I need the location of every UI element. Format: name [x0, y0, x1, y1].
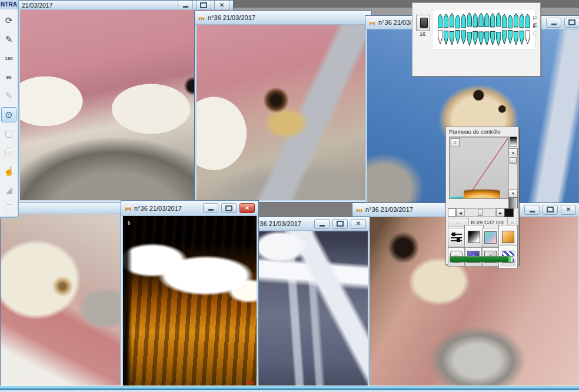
dental-chart[interactable]	[432, 9, 535, 50]
black-point-button[interactable]	[504, 208, 514, 217]
window-title: n°36 21/03/2017	[365, 206, 413, 213]
control-panel-window: Panneau de contrôle ◊ ▲ ▼ ◀ ▶	[445, 127, 519, 265]
minimize-icon	[530, 211, 535, 212]
minimize-button[interactable]	[546, 18, 561, 28]
horizontal-scroll-thumb[interactable]	[478, 210, 482, 216]
rotate-90-icon[interactable]: 90	[1, 69, 16, 85]
window-xray-gray-titlebar[interactable]: n°36 21/03/2017 ✕	[241, 217, 370, 231]
view-eye-icon[interactable]: ⊙	[1, 107, 16, 122]
tooth[interactable]	[490, 12, 495, 29]
vertical-scroll-thumb[interactable]	[510, 157, 517, 164]
teeth-row-lower	[432, 30, 535, 49]
tooth[interactable]	[455, 30, 460, 44]
levels-palette-button[interactable]	[448, 228, 465, 247]
tooth[interactable]	[525, 30, 530, 45]
control-panel-title: Panneau de contrôle	[449, 128, 501, 135]
tooth[interactable]	[472, 12, 478, 29]
scroll-right-button[interactable]: ▶	[496, 208, 505, 217]
tooth[interactable]	[519, 30, 524, 45]
tooth[interactable]	[513, 12, 518, 29]
minimize-button[interactable]	[314, 219, 330, 229]
tooth[interactable]	[484, 12, 490, 29]
tooth[interactable]	[507, 30, 513, 44]
scroll-down-button[interactable]: ▼	[508, 190, 518, 198]
tooth[interactable]	[461, 30, 466, 45]
histogram-icon[interactable]: ◢	[1, 182, 16, 198]
tooth[interactable]	[501, 30, 507, 45]
vertical-scrollbar[interactable]	[508, 155, 518, 190]
minimize-button[interactable]	[524, 205, 540, 215]
tooth[interactable]	[484, 30, 490, 47]
minimize-button[interactable]	[203, 203, 218, 213]
scroll-left-button[interactable]: ◀	[456, 208, 465, 217]
close-button[interactable]: ✕	[351, 219, 366, 229]
rotate-180-icon[interactable]: 180	[1, 51, 16, 66]
image-stack-icon[interactable]	[416, 15, 430, 31]
close-icon: ✕	[356, 221, 361, 227]
tooth[interactable]	[478, 30, 484, 47]
radiograph-image[interactable]: fi RVG	[123, 216, 257, 386]
tool-palette: NTRA ⟳✎18090✎⊙▢☝◢	[0, 0, 19, 218]
annotate-icon[interactable]: ✎	[1, 88, 16, 104]
tooth[interactable]	[455, 15, 460, 29]
tooth[interactable]	[507, 15, 513, 29]
horizontal-scrollbar[interactable]	[464, 208, 496, 217]
tooth[interactable]	[496, 30, 501, 48]
minimize-button[interactable]	[178, 1, 193, 10]
rotate-circle-icon[interactable]: ⟳	[1, 13, 16, 28]
tooth[interactable]	[461, 14, 466, 29]
hand-select-icon[interactable]: ☝	[1, 164, 16, 179]
maximize-button[interactable]	[221, 203, 237, 213]
maximize-button[interactable]	[543, 205, 558, 215]
tooth[interactable]	[449, 12, 454, 29]
app-bottom-border	[0, 386, 579, 392]
histogram-curve-box[interactable]: ◊	[449, 137, 509, 199]
maximize-button[interactable]	[332, 219, 348, 229]
minimize-icon	[208, 209, 214, 211]
tooth[interactable]	[496, 11, 501, 28]
tooth[interactable]	[438, 14, 443, 29]
tooth[interactable]	[472, 30, 478, 46]
image-count-label: 16	[416, 31, 429, 37]
tooth[interactable]	[438, 30, 443, 45]
tooth[interactable]	[519, 13, 524, 28]
grayscale-palette-button[interactable]	[465, 225, 483, 248]
tooth[interactable]	[467, 11, 472, 28]
close-button[interactable]: ✕	[239, 203, 255, 213]
tooth[interactable]	[467, 30, 472, 48]
rainbow-palette-button[interactable]	[482, 228, 499, 247]
maximize-button[interactable]	[196, 1, 211, 10]
tooth[interactable]	[449, 30, 454, 46]
window-xray-orange-titlebar[interactable]: n°36 21/03/2017 ✕	[121, 201, 258, 216]
dropper-button[interactable]: ◊	[451, 138, 460, 147]
radiograph-image[interactable]	[242, 231, 368, 386]
tooth[interactable]	[490, 30, 495, 46]
tooth[interactable]	[443, 30, 448, 45]
application-window: 21/03/2017 ✕ n°36 21/03/2017 n°36 21/03/…	[0, 0, 579, 392]
window-photo2-titlebar[interactable]: n°36 21/03/2017	[195, 11, 371, 25]
maximize-button[interactable]	[564, 18, 579, 28]
intraoral-photo[interactable]	[197, 25, 370, 200]
intraoral-photo[interactable]	[1, 214, 120, 386]
pencil-icon[interactable]: ✎	[1, 32, 16, 47]
chart-view-button-f[interactable]: F	[533, 22, 537, 29]
tooth[interactable]	[525, 14, 530, 29]
tooth[interactable]	[501, 14, 507, 29]
tooth-icon[interactable]	[1, 145, 16, 160]
window-photo1-titlebar[interactable]: 21/03/2017 ✕	[18, 1, 233, 10]
teeth-pair-icon[interactable]	[1, 201, 16, 217]
cube-3d-icon[interactable]: ▢	[1, 126, 16, 141]
tooth[interactable]	[443, 13, 448, 28]
close-button[interactable]: ✕	[214, 1, 229, 10]
contrast-gradient-square[interactable]	[508, 197, 518, 208]
histogram	[464, 190, 500, 198]
tooth[interactable]	[478, 12, 484, 29]
tooth[interactable]	[513, 30, 518, 46]
orange-gradient-icon	[502, 231, 514, 243]
horizontal-scroll-row: ◀ ▶	[448, 208, 517, 216]
chart-view-button-p[interactable]: P	[533, 15, 537, 22]
image-marker: fi	[128, 220, 131, 226]
chart-view-button-c[interactable]: C	[533, 30, 537, 37]
close-button[interactable]: ✕	[561, 205, 576, 215]
white-point-button[interactable]	[448, 208, 456, 217]
